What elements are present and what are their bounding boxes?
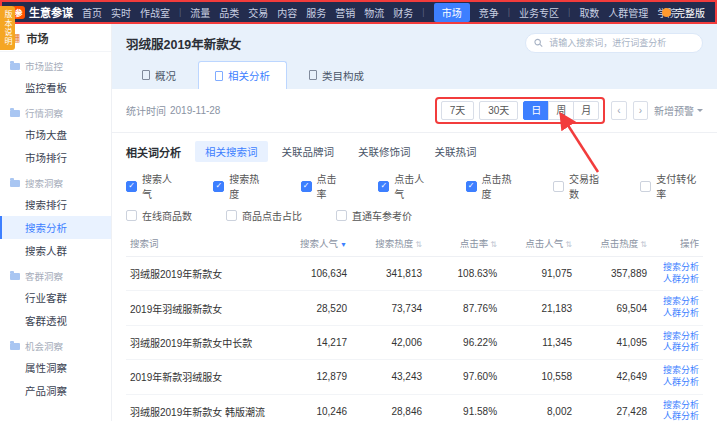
analysis-tab[interactable]: 相关搜索词 [195,141,268,162]
action-link[interactable]: 人群分析 [655,342,699,354]
app-logo[interactable]: 参 生意参谋 [12,4,73,20]
granularity-button[interactable]: 月 [573,101,599,120]
action-link[interactable]: 人群分析 [655,308,699,320]
metric-checkbox[interactable]: 商品点击占比 [226,208,302,223]
top-nav-item[interactable]: 业务专区 [519,5,559,20]
sort-icon[interactable]: ⇅ [415,240,422,249]
checkbox-icon[interactable] [336,210,347,221]
action-link[interactable]: 人群分析 [655,411,699,421]
checkbox-icon[interactable]: ✓ [378,181,389,192]
action-link[interactable]: 搜索分析 [655,331,699,343]
sidebar-item[interactable]: 市场大盘 [0,123,111,146]
sidebar-item[interactable]: 监控看板 [0,76,111,99]
top-nav-item[interactable]: 取数 [579,5,599,20]
top-nav-item[interactable]: 内容 [277,5,297,20]
metric-checkbox[interactable]: ✓点击率 [301,171,345,201]
checkbox-icon[interactable]: ✓ [466,181,477,192]
top-nav-item[interactable]: 市场 [434,3,470,22]
top-nav-item[interactable]: 营销 [335,5,355,20]
page-tab[interactable]: 相关分析 [198,61,287,89]
action-link[interactable]: 搜索分析 [655,296,699,308]
sidebar-item[interactable]: 搜索排行 [0,193,111,216]
checkbox-icon[interactable] [553,181,564,192]
top-nav-item[interactable]: 人群管理 [608,5,648,20]
analysis-tab[interactable]: 关联修饰词 [348,141,421,162]
top-nav-item[interactable]: 交易 [248,5,268,20]
sidebar-item[interactable]: 产品洞察 [0,379,111,402]
sidebar-item[interactable]: 搜索人群 [0,239,111,262]
granularity-button[interactable]: 日 [523,101,549,120]
checkbox-icon[interactable] [126,210,137,221]
page-tab[interactable]: 类目构成 [293,61,380,89]
metric-checkbox[interactable]: 支付转化率 [640,171,703,201]
sort-icon[interactable]: ⇅ [565,240,572,249]
top-nav-item[interactable]: 物流 [364,5,384,20]
new-alert-link[interactable]: 新增预警 [654,103,703,118]
metric-checkbox[interactable]: ✓搜索人气 [126,171,179,201]
checkbox-icon[interactable]: ✓ [126,181,137,192]
action-link[interactable]: 人群分析 [655,274,699,286]
next-period-button[interactable]: › [633,101,648,120]
column-header[interactable]: 操作 [651,230,703,257]
checkbox-icon[interactable] [226,210,237,221]
sidebar-group-text: 机会洞察 [25,339,63,353]
column-header[interactable]: 搜索人气▼ [276,230,351,257]
metric-checkbox[interactable]: 直通车参考价 [336,208,412,223]
analysis-tab[interactable]: 关联热词 [425,141,487,162]
sort-icon[interactable]: ⇅ [640,240,647,249]
sidebar-item[interactable]: 行业客群 [0,286,111,309]
granularity-button[interactable]: 周 [548,101,574,120]
cell-value: 91,075 [501,257,576,291]
sidebar-item[interactable]: 客群透视 [0,309,111,332]
metric-checkbox[interactable]: 交易指数 [553,171,606,201]
column-header[interactable]: 点击人气⇅ [501,230,576,257]
sidebar-item[interactable]: 市场排行 [0,146,111,169]
prev-period-button[interactable]: ‹ [611,101,626,120]
cell-actions: 搜索分析人群分析 [651,291,703,325]
top-nav-item[interactable]: 首页 [82,5,102,20]
checkbox-icon[interactable] [640,181,651,192]
action-link[interactable]: 搜索分析 [655,262,699,274]
stat-time-label: 统计时间 [126,103,166,118]
top-nav-item[interactable]: 作战室 [140,5,170,20]
column-header[interactable]: 搜索热度⇅ [351,230,426,257]
top-nav-item[interactable]: 实时 [111,5,131,20]
range-button[interactable]: 30天 [479,101,518,120]
cell-value: 28,520 [276,291,351,325]
page-tabs: 概况相关分析类目构成 [126,61,703,89]
metric-checkbox[interactable]: ✓点击人气 [378,171,431,201]
metric-checkbox[interactable]: ✓点击热度 [466,171,519,201]
metric-label: 搜索人气 [142,171,179,201]
checkbox-icon[interactable]: ✓ [301,181,312,192]
metric-checkbox[interactable]: ✓搜索热度 [213,171,266,201]
version-ribbon[interactable]: 版本说明 [0,6,15,50]
cell-value: 8,002 [501,394,576,421]
search-input[interactable] [547,37,694,49]
action-link[interactable]: 搜索分析 [655,400,699,412]
column-header[interactable]: 点击热度⇅ [576,230,651,257]
sort-desc-icon[interactable]: ▼ [340,241,347,248]
analysis-tab[interactable]: 关联品牌词 [272,141,345,162]
action-link[interactable]: 人群分析 [655,377,699,389]
column-header[interactable]: 点击率⇅ [426,230,501,257]
search-box[interactable] [525,33,703,53]
range-button[interactable]: 7天 [441,101,475,120]
top-nav-item[interactable]: 流量 [190,5,210,20]
sort-icon[interactable]: ⇅ [490,240,497,249]
top-nav: 首页实时作战室|流量品类交易内容服务营销物流财务|市场竞争|业务专区|取数人群管… [82,3,653,22]
granularity-toggle: 日周月 [523,101,599,120]
toolbar: 统计时间 2019-11-28 7天30天日周月 ‹ › 新增预警 [126,97,703,124]
top-nav-item[interactable]: 服务 [306,5,326,20]
metric-checkbox[interactable]: 在线商品数 [126,208,192,223]
top-nav-item[interactable]: 竞争 [479,5,499,20]
column-header[interactable]: 搜索词 [126,230,276,257]
sidebar-item[interactable]: 属性洞察 [0,356,111,379]
top-nav-item[interactable]: 品类 [219,5,239,20]
plan-badge[interactable]: 完整版 [662,5,705,20]
sidebar-item[interactable]: 搜索分析 [0,216,111,239]
page-tab[interactable]: 概况 [126,61,192,89]
page-header: 羽绒服2019年新款女 概况相关分析类目构成 [112,24,717,89]
action-link[interactable]: 搜索分析 [655,365,699,377]
checkbox-icon[interactable]: ✓ [213,181,224,192]
top-nav-item[interactable]: 财务 [393,5,413,20]
